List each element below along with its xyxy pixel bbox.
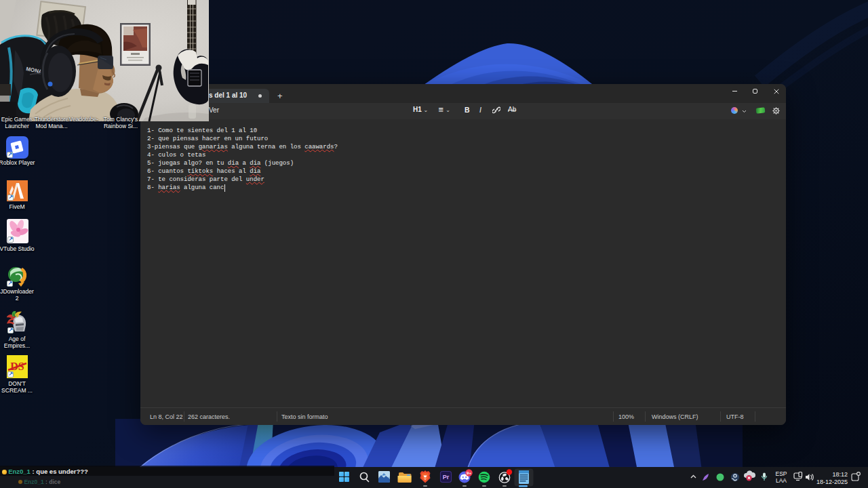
svg-text:18-12-2025: 18-12-2025 xyxy=(816,479,848,485)
svg-text:18:12: 18:12 xyxy=(832,471,848,478)
svg-text:9+: 9+ xyxy=(467,471,471,475)
svg-text:ESP: ESP xyxy=(775,470,787,477)
svg-text:LAA: LAA xyxy=(776,477,787,484)
svg-text:Pr: Pr xyxy=(443,474,450,481)
